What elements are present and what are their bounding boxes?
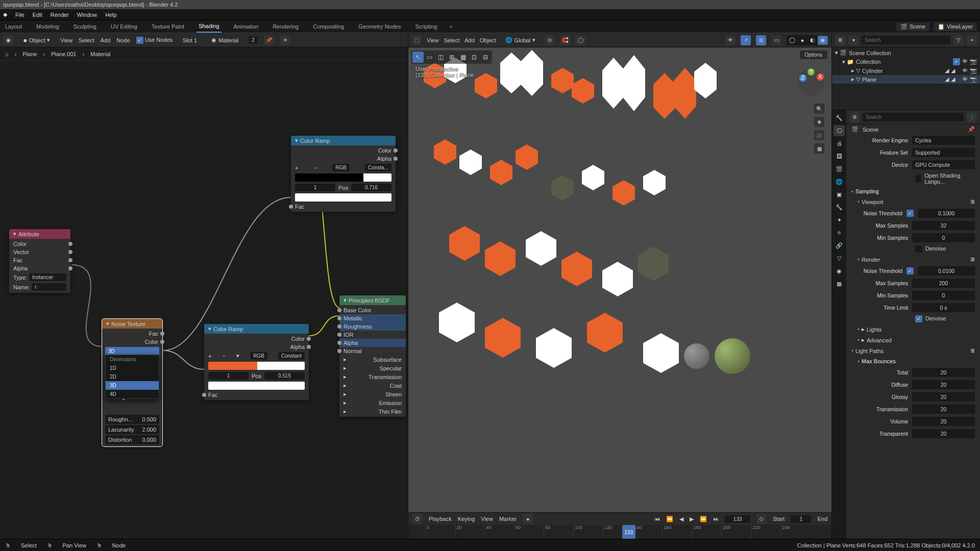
node-color-ramp-1[interactable]: ▾Color Ramp Color Alpha +−▾ RGB Constant… (204, 324, 309, 400)
vp-max[interactable]: 32 (912, 221, 975, 230)
tl-keying[interactable]: Keying (458, 516, 475, 522)
tab-texpaint[interactable]: Texture Paint (150, 21, 186, 32)
ne-select[interactable]: Select (79, 37, 94, 43)
eye-icon[interactable]: 👁 (962, 67, 968, 74)
camera-icon[interactable]: 🎥 (814, 130, 824, 140)
jump-end-icon[interactable]: ⏭ (713, 516, 719, 522)
ramp1-interp[interactable]: RGB (250, 352, 267, 360)
viewlayer-selector[interactable]: 📋 ViewLayer (934, 22, 977, 31)
mode-object[interactable]: ■ Object ▾ (19, 36, 54, 44)
filter-icon[interactable]: ▽ (953, 35, 964, 45)
ptab-physics-icon[interactable]: ⚛ (834, 227, 845, 238)
tab-uv[interactable]: UV Editing (109, 21, 139, 32)
ramp1-mode[interactable]: Constant (278, 352, 305, 360)
timeline-ruler[interactable]: 0 20 40 60 80 100 120 140 160 180 200 22… (408, 525, 831, 539)
feature-set[interactable]: Supported (912, 148, 975, 157)
render-engine[interactable]: Cycles (912, 136, 975, 145)
viewport-3d[interactable]: ↖▭◫⊞▦⊡⊟ User Perspective (133) Collectio… (408, 47, 831, 512)
ramp1-color[interactable] (208, 382, 305, 390)
dim-3d[interactable]: 3D (106, 381, 159, 390)
rd-noise[interactable]: 0.0100 (918, 266, 975, 276)
ptab-world-icon[interactable]: 🌐 (834, 176, 845, 187)
autokey-icon[interactable]: ● (523, 514, 533, 524)
rd-max[interactable]: 200 (912, 279, 975, 288)
shader-editor[interactable]: ◉ ■ Object ▾ View Select Add Node ✓ Use … (0, 33, 408, 539)
ramp1-pos[interactable]: 0.515 (264, 372, 305, 380)
bounce-glossy[interactable]: 20 (912, 392, 975, 402)
play-icon[interactable]: ▶ (690, 516, 694, 522)
bounce-volume[interactable]: 20 (912, 417, 975, 426)
bounce-diffuse[interactable]: 20 (912, 380, 975, 389)
panel-advanced[interactable]: ▸ Advanced (846, 335, 980, 345)
crumb-home-icon[interactable]: ⌂ (5, 51, 9, 57)
attr-name[interactable]: r (32, 283, 66, 291)
props-type-icon[interactable]: ⚙ (849, 112, 860, 122)
tab-anim[interactable]: Animation (232, 21, 261, 32)
rd-time[interactable]: 0 s (912, 303, 975, 312)
vp-add[interactable]: Add (464, 37, 475, 43)
outliner-plane[interactable]: ▸ ▽ Plane ◢◢ 👁📷 (832, 75, 980, 84)
panel-lights[interactable]: ▸ Lights (846, 324, 980, 335)
ptab-viewlayer-icon[interactable]: 🖼 (834, 151, 845, 162)
vp-select[interactable]: Select (444, 37, 460, 43)
render-icon[interactable]: 📷 (970, 67, 977, 74)
dim-1d[interactable]: 1D (106, 364, 159, 372)
vp-noise-check[interactable]: ✓ (906, 210, 914, 217)
snap-icon[interactable]: 🧲 (560, 35, 570, 45)
ptab-data-icon[interactable]: ▽ (834, 253, 845, 264)
gizmo-toggle-icon[interactable]: ↗ (741, 35, 751, 45)
node-attribute[interactable]: ▾Attribute Color Vector Fac Alpha Type:I… (9, 229, 70, 293)
list-icon[interactable]: ≣ (970, 198, 975, 205)
bounce-total[interactable]: 20 (912, 368, 975, 377)
osl-check[interactable] (915, 175, 921, 182)
crumb-plane[interactable]: Plane (22, 51, 37, 57)
ptab-constraint-icon[interactable]: 🔗 (834, 240, 845, 251)
crumb-material[interactable]: Material (90, 51, 110, 57)
vp-min[interactable]: 0 (912, 233, 975, 242)
panel-lightpaths[interactable]: Light Paths≣ (846, 345, 980, 356)
eye-icon[interactable]: 👁 (962, 76, 968, 83)
select-mode-toolbar[interactable]: ↖▭◫⊞▦⊡⊟ (411, 51, 492, 64)
panel-render[interactable]: Render≣ (846, 254, 980, 265)
ramp2-add[interactable]: + (295, 165, 298, 171)
tl-marker[interactable]: Marker (499, 516, 517, 522)
rd-noise-check[interactable]: ✓ (906, 267, 914, 274)
overlay-icon[interactable]: ⊞ (756, 35, 766, 45)
render-icon[interactable]: 📷 (970, 76, 977, 83)
outliner-scene[interactable]: ▾ 🎬 Scene Collection (832, 48, 980, 57)
outliner-tree[interactable]: ▾ 🎬 Scene Collection ▾ 📁 Collection ✓👁📷 … (832, 47, 980, 110)
outliner-type-icon[interactable]: ≣ (835, 35, 845, 45)
panel-viewport[interactable]: Viewport≣ (846, 196, 980, 207)
tab-layout[interactable]: Layout (3, 21, 24, 32)
add-workspace-icon[interactable]: + (449, 23, 452, 30)
panel-maxbounces[interactable]: Max Bounces (846, 356, 980, 366)
ptab-output-icon[interactable]: 🖨 (834, 138, 845, 149)
ramp2-gradient[interactable] (295, 173, 391, 182)
outliner-collection[interactable]: ▾ 📁 Collection ✓👁📷 (832, 57, 980, 66)
jump-start-icon[interactable]: ⏮ (654, 516, 660, 522)
next-key-icon[interactable]: ⏩ (700, 516, 707, 522)
noise-dim-menu[interactable]: Dimensions 1D 2D 3D 4D (105, 355, 159, 399)
rd-min[interactable]: 0 (912, 291, 975, 300)
node-principled-bsdf[interactable]: ▾Principled BSDF Base Color Metallic Rou… (339, 295, 406, 417)
tl-playback[interactable]: Playback (429, 516, 452, 522)
props-opts-icon[interactable]: ⋮ (967, 112, 977, 122)
ramp1-add[interactable]: + (208, 353, 211, 359)
persp-icon[interactable]: ▦ (814, 143, 824, 154)
vp-noise[interactable]: 0.1000 (918, 209, 975, 218)
editor-type-icon[interactable]: ◉ (3, 35, 13, 45)
ramp2-pos[interactable]: 0.716 (351, 184, 391, 191)
ramp2-del[interactable]: − (314, 165, 317, 171)
zoom-icon[interactable]: 🔍 (814, 104, 824, 114)
noise-lacunarity[interactable]: Lacunarity 2.000 (105, 425, 159, 434)
list-icon[interactable]: ≣ (970, 347, 975, 354)
material-selector[interactable]: ◉ Material (207, 36, 242, 44)
propedit-icon[interactable]: ◯ (575, 35, 585, 45)
use-nodes-check[interactable]: ✓ Use Nodes (136, 37, 173, 44)
dim-2d[interactable]: 2D (106, 372, 159, 381)
ptab-texture-icon[interactable]: ▦ (834, 278, 845, 289)
close-icon[interactable]: ✕ (280, 35, 290, 45)
bounce-transmission[interactable]: 20 (912, 405, 975, 414)
noise-roughness[interactable]: Roughn... 0.500 (105, 415, 159, 424)
slot-selector[interactable]: Slot 1 (179, 36, 201, 44)
